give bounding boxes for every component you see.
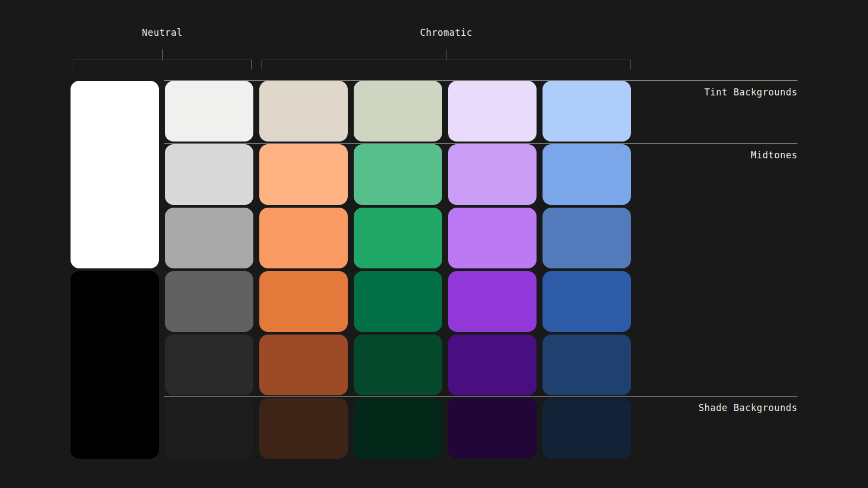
guide-line-shade-backgrounds bbox=[164, 396, 797, 397]
swatch-purple-row1 bbox=[448, 81, 537, 142]
swatch-purple-row6 bbox=[448, 398, 537, 459]
swatch-green-row4 bbox=[354, 271, 442, 332]
bracket-neutral bbox=[73, 60, 252, 69]
swatch-orange-row4 bbox=[259, 271, 348, 332]
swatch-blue-row2 bbox=[542, 144, 631, 205]
swatch-base-row1 bbox=[71, 81, 159, 268]
swatch-purple-row2 bbox=[448, 144, 537, 205]
swatch-green-row2 bbox=[354, 144, 442, 205]
swatch-orange-row1 bbox=[259, 81, 348, 142]
swatch-purple-row4 bbox=[448, 271, 537, 332]
swatch-gray-row2 bbox=[165, 144, 253, 205]
swatch-orange-row6 bbox=[259, 398, 348, 459]
swatch-gray-row1 bbox=[165, 81, 253, 142]
group-label-chromatic: Chromatic bbox=[261, 28, 631, 38]
swatch-blue-row4 bbox=[542, 271, 631, 332]
swatch-purple-row3 bbox=[448, 208, 537, 268]
group-label-neutral: Neutral bbox=[73, 28, 252, 38]
swatch-gray-row5 bbox=[165, 335, 253, 395]
swatch-green-row5 bbox=[354, 335, 442, 395]
swatch-blue-row3 bbox=[542, 208, 631, 268]
swatch-green-row6 bbox=[354, 398, 442, 459]
guide-line-midtones bbox=[164, 143, 797, 144]
bracket-neutral-tick bbox=[162, 49, 163, 60]
bracket-chromatic bbox=[261, 60, 631, 69]
palette-figure: Neutral Chromatic Tint Backgrounds Midto… bbox=[0, 0, 868, 488]
swatch-orange-row5 bbox=[259, 335, 348, 395]
swatch-orange-row2 bbox=[259, 144, 348, 205]
bracket-chromatic-tick bbox=[446, 49, 447, 60]
swatch-blue-row1 bbox=[542, 81, 631, 142]
swatch-gray-row3 bbox=[165, 208, 253, 268]
swatch-orange-row3 bbox=[259, 208, 348, 268]
swatch-green-row1 bbox=[354, 81, 442, 142]
swatch-green-row3 bbox=[354, 208, 442, 268]
swatch-blue-row6 bbox=[542, 398, 631, 459]
swatch-blue-row5 bbox=[542, 335, 631, 395]
swatch-base-row4 bbox=[71, 271, 159, 459]
swatch-gray-row4 bbox=[165, 271, 253, 332]
swatch-purple-row5 bbox=[448, 335, 537, 395]
swatch-gray-row6 bbox=[165, 398, 253, 459]
